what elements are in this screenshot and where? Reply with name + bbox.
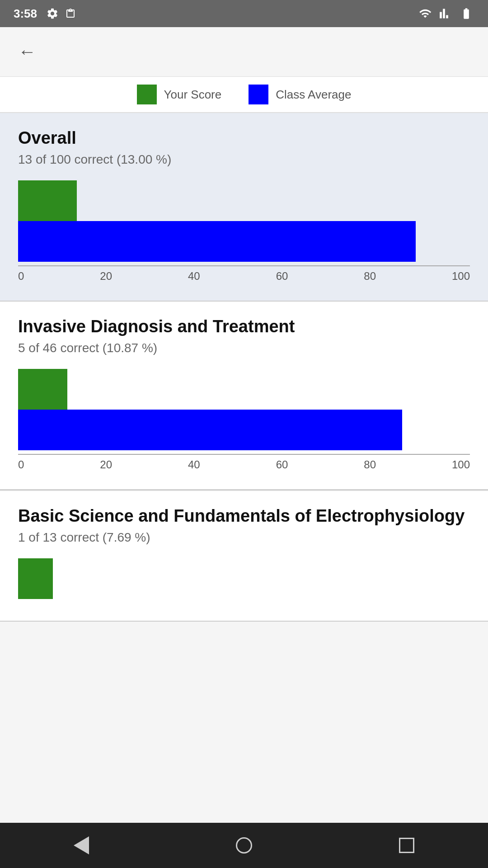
overall-class-avg-fill: [18, 221, 416, 262]
overall-class-avg-bar: [18, 221, 470, 262]
battery-icon: [458, 7, 474, 20]
basic-science-your-score-bar: [18, 558, 470, 599]
back-triangle-icon: [74, 836, 89, 854]
bottom-nav: [0, 823, 488, 868]
overall-your-score-bar: [18, 180, 470, 221]
invasive-class-avg-fill: [18, 410, 402, 450]
scroll-content: Overall 13 of 100 correct (13.00 %) 0 20…: [0, 113, 488, 667]
nav-recent-button[interactable]: [399, 838, 414, 853]
overall-your-score-fill: [18, 180, 77, 221]
status-bar: 3:58: [0, 0, 488, 27]
overall-x-axis: 0 20 40 60 80 100: [18, 265, 470, 283]
class-avg-swatch: [249, 85, 268, 104]
recent-square-icon: [399, 838, 414, 853]
basic-science-title: Basic Science and Fundamentals of Electr…: [18, 506, 470, 526]
status-time: 3:58: [14, 7, 37, 21]
basic-science-chart: [18, 558, 470, 607]
invasive-section: Invasive Diagnosis and Treatment 5 of 46…: [0, 302, 488, 490]
invasive-class-avg-bar: [18, 410, 470, 450]
overall-subtitle: 13 of 100 correct (13.00 %): [18, 152, 470, 167]
right-status-icons: [418, 7, 474, 20]
status-icons: [46, 7, 76, 20]
invasive-your-score-fill: [18, 369, 67, 410]
invasive-x-axis: 0 20 40 60 80 100: [18, 454, 470, 471]
nav-back-button[interactable]: [74, 836, 89, 854]
your-score-legend: Your Score: [137, 85, 222, 104]
clipboard-icon: [65, 7, 76, 20]
settings-icon: [46, 7, 59, 20]
invasive-subtitle: 5 of 46 correct (10.87 %): [18, 341, 470, 355]
x-label-80: 80: [364, 270, 376, 283]
overall-chart: 0 20 40 60 80 100: [18, 180, 470, 287]
basic-science-subtitle: 1 of 13 correct (7.69 %): [18, 530, 470, 545]
back-button[interactable]: ←: [14, 37, 41, 66]
signal-icon: [439, 7, 452, 20]
class-avg-label: Class Average: [276, 88, 351, 102]
x-label-20: 20: [100, 270, 112, 283]
basic-science-section: Basic Science and Fundamentals of Electr…: [0, 490, 488, 622]
basic-science-your-score-fill: [18, 558, 53, 599]
overall-section: Overall 13 of 100 correct (13.00 %) 0 20…: [0, 113, 488, 302]
top-nav: ←: [0, 27, 488, 77]
invasive-chart: 0 20 40 60 80 100: [18, 369, 470, 476]
x-label-100: 100: [452, 270, 470, 283]
home-circle-icon: [236, 837, 252, 854]
your-score-label: Your Score: [164, 88, 222, 102]
x-label-100: 100: [452, 458, 470, 471]
wifi-icon: [418, 7, 433, 20]
x-label-60: 60: [276, 458, 288, 471]
x-label-40: 40: [188, 270, 200, 283]
overall-title: Overall: [18, 128, 470, 148]
invasive-your-score-bar: [18, 369, 470, 410]
x-label-20: 20: [100, 458, 112, 471]
your-score-swatch: [137, 85, 157, 104]
overall-bars: [18, 180, 470, 262]
invasive-bars: [18, 369, 470, 450]
basic-science-bars: [18, 558, 470, 599]
x-label-40: 40: [188, 458, 200, 471]
x-label-60: 60: [276, 270, 288, 283]
class-avg-legend: Class Average: [249, 85, 351, 104]
legend-bar: Your Score Class Average: [0, 77, 488, 113]
x-label-0: 0: [18, 458, 24, 471]
x-label-0: 0: [18, 270, 24, 283]
x-label-80: 80: [364, 458, 376, 471]
invasive-title: Invasive Diagnosis and Treatment: [18, 317, 470, 336]
nav-home-button[interactable]: [236, 837, 252, 854]
